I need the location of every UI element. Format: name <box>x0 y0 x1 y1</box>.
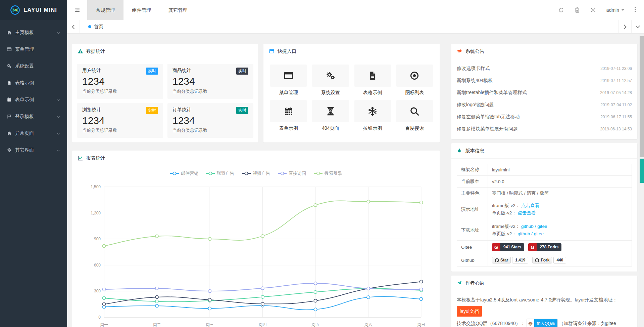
quick-entry-calendar[interactable]: 表单示例 <box>270 100 307 131</box>
collapse-menu-icon[interactable] <box>67 0 87 20</box>
legend-marker-icon <box>278 171 287 175</box>
quick-entry-snowflake[interactable]: 按钮示例 <box>354 100 391 131</box>
sidebar-item-snowflake-7[interactable]: 其它界面 <box>0 142 67 159</box>
announcement-date: 2019-06-13 14:53 <box>600 127 632 131</box>
refresh-icon[interactable] <box>558 7 564 13</box>
more-options-icon[interactable] <box>635 7 636 13</box>
sidebar-item-gears-2[interactable]: 系统设置 <box>0 58 67 75</box>
legend-marker-icon <box>206 171 215 175</box>
legend-label: 直接访问 <box>289 170 306 176</box>
version-link[interactable]: gitee <box>534 231 544 236</box>
announcement-row[interactable]: 修改logo缩放问题2019-07-04 11:02 <box>457 99 632 111</box>
legend-item[interactable]: 直接访问 <box>278 170 306 176</box>
layui-doc-badge[interactable]: layui文档 <box>457 306 482 317</box>
quick-entry-dot-circle[interactable]: 图标列表 <box>396 65 433 96</box>
link-prefix: 单页版-v2： <box>492 210 516 215</box>
announcements-card: 系统公告 修改选项卡样式2019-07-11 23:06新增系统404模板201… <box>451 44 637 139</box>
tab-scroll-left-icon[interactable] <box>67 20 80 33</box>
github-star-button[interactable]: Star <box>492 257 511 263</box>
page-scrollbar[interactable] <box>639 34 644 327</box>
version-link[interactable]: 点击查看 <box>521 203 539 208</box>
card-title: 作者心语 <box>465 280 484 286</box>
legend-item[interactable]: 搜索引擎 <box>313 170 342 176</box>
version-link[interactable]: gitee <box>537 224 547 229</box>
topbar: 常规管理组件管理其它管理 <box>67 0 644 20</box>
legend-item[interactable]: 视频广告 <box>242 170 270 176</box>
stat-label: 商品统计 <box>172 68 191 74</box>
announcement-list: 修改选项卡样式2019-07-11 23:06新增系统404模板2019-07-… <box>451 59 637 139</box>
svg-text:周一: 周一 <box>100 322 108 327</box>
svg-text:0: 0 <box>98 315 101 320</box>
stat-box: 浏览统计实时1234当前分类总记录数 <box>77 103 163 138</box>
version-link[interactable]: github <box>521 224 534 229</box>
snowflake-icon <box>7 148 12 153</box>
logo[interactable]: LAYUI MINI <box>0 0 67 20</box>
quick-entry-window[interactable]: 菜单管理 <box>270 65 307 96</box>
tab-scroll-right-icon[interactable] <box>618 20 631 33</box>
report-card: 报表统计 邮件营销联盟广告视频广告直接访问搜索引擎 03006009001,20… <box>72 151 440 327</box>
quick-entry-file[interactable]: 表格示例 <box>354 65 391 96</box>
legend-item[interactable]: 邮件营销 <box>170 170 198 176</box>
version-link[interactable]: github <box>518 231 530 236</box>
sidebar-item-home-6[interactable]: 异常页面 <box>0 125 67 142</box>
announcement-row[interactable]: 修改选项卡样式2019-07-11 23:06 <box>457 63 632 75</box>
version-label: 下载地址 <box>457 220 488 241</box>
module-tab[interactable]: 组件管理 <box>123 0 160 20</box>
sidebar-item-flag-5[interactable]: 登录模板 <box>0 108 67 125</box>
card-title: 报表统计 <box>86 155 105 161</box>
clear-cache-icon[interactable] <box>574 7 580 13</box>
window-icon <box>284 71 294 81</box>
version-row: 当前版本v2.0.0 <box>457 176 632 188</box>
announcement-row[interactable]: 修复左侧菜单缩放tab无法移动2019-06-17 11:55 <box>457 111 632 123</box>
announcement-date: 2019-07-04 11:02 <box>600 103 632 107</box>
version-link[interactable]: 点击查看 <box>518 210 536 215</box>
sidebar-item-home-0[interactable]: 主页模板 <box>0 24 67 41</box>
sidebar-nav: 主页模板菜单管理系统设置表格示例表单示例登录模板异常页面其它界面 <box>0 20 67 159</box>
tab-dot-icon <box>88 25 91 28</box>
version-row: 下载地址iframe版-v2： github / gitee单页版-v2： gi… <box>457 220 632 241</box>
sidebar-item-file-3[interactable]: 表格示例 <box>0 75 67 91</box>
join-qq-badge[interactable]: 加入QQ群 <box>527 319 558 327</box>
qq-group-note: （加群请备注来源：如gitee <box>559 321 616 326</box>
octocat-icon <box>535 258 539 262</box>
gitee-badge[interactable]: G941 Stars <box>492 243 524 251</box>
quick-entry-label: 图标列表 <box>396 90 433 96</box>
legend-label: 联盟广告 <box>217 170 234 176</box>
user-menu[interactable]: admin <box>606 7 625 13</box>
quick-entry-label: 按钮示例 <box>354 125 391 131</box>
scrollbar-accent[interactable] <box>640 159 644 183</box>
quick-entry-gears[interactable]: 系统设置 <box>312 65 349 96</box>
gitee-badge[interactable]: G278 Forks <box>528 243 561 251</box>
tab-operations-icon[interactable] <box>631 20 644 33</box>
page-tabbar: 首页 <box>67 20 644 34</box>
page-tab[interactable]: 首页 <box>80 20 112 33</box>
svg-text:周五: 周五 <box>311 322 319 327</box>
stat-value: 1234 <box>172 114 248 127</box>
github-count[interactable]: 440 <box>553 257 566 263</box>
quick-entry-search[interactable]: 百度搜索 <box>396 100 433 131</box>
stat-label: 浏览统计 <box>82 107 101 113</box>
sidebar-item-window-1[interactable]: 菜单管理 <box>0 41 67 58</box>
announcement-date: 2019-07-11 23:06 <box>600 66 632 71</box>
caret-down-icon <box>621 9 625 11</box>
sidebar-item-calendar-4[interactable]: 表单示例 <box>0 91 67 108</box>
announcement-row[interactable]: 新增treetable插件和菜单管理样式2019-07-05 14:28 <box>457 87 632 99</box>
quick-entry-label: 表单示例 <box>270 125 307 131</box>
announcement-row[interactable]: 新增系统404模板2019-07-11 12:57 <box>457 75 632 87</box>
fullscreen-icon[interactable] <box>590 7 596 13</box>
svg-text:周日: 周日 <box>417 322 425 327</box>
quick-entry-hourglass[interactable]: 404页面 <box>312 100 349 131</box>
module-tab[interactable]: 常规管理 <box>87 0 123 20</box>
legend-item[interactable]: 联盟广告 <box>206 170 234 176</box>
announcement-row[interactable]: 修复多模块菜单栏展开有问题2019-06-13 14:53 <box>457 123 632 135</box>
card-title: 数据统计 <box>86 48 105 54</box>
announcement-text: 新增系统404模板 <box>457 78 493 84</box>
version-label: 主要特色 <box>457 188 488 199</box>
github-fork-button[interactable]: Fork <box>532 257 552 263</box>
github-count[interactable]: 1,419 <box>512 257 528 263</box>
module-tab[interactable]: 其它管理 <box>160 0 196 20</box>
scrollbar-thumb[interactable] <box>640 36 644 157</box>
version-row: 框架名称layuimini <box>457 164 632 176</box>
version-row: 主要特色零门槛 / 响应式 / 清爽 / 极简 <box>457 188 632 199</box>
svg-text:周六: 周六 <box>364 322 373 327</box>
